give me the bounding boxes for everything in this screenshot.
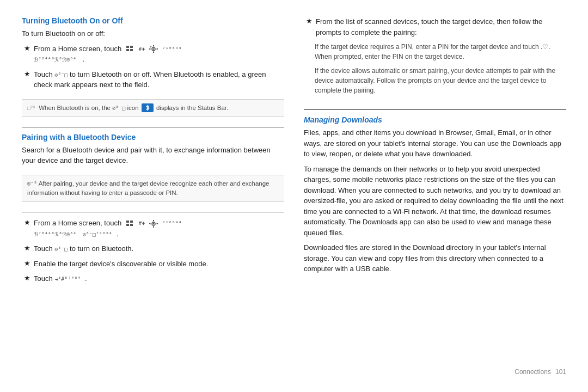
- svg-rect-18: [153, 226, 154, 228]
- star-icon-2: ★: [24, 70, 30, 78]
- bullet-discoverable: ★ Enable the target device's discoverabl…: [22, 259, 284, 270]
- scrambled-5: ⁷¹⁰⁸⁴⁴: [162, 220, 182, 226]
- section-bluetooth-onoff: Turning Bluetooth On or Off To turn Blue…: [22, 16, 284, 95]
- indented-notes: If the target device requires a PIN, ent…: [304, 42, 566, 100]
- bullet-content-5: Enable the target device's discoverable …: [34, 259, 284, 270]
- svg-rect-0: [126, 46, 129, 48]
- bt-icon-ref: ⊘⁸⁻□: [112, 105, 125, 111]
- bt-toggle-icon-2: ⊘⁸⁻□: [54, 246, 68, 252]
- scanned-text: From the list of scanned devices, touch …: [316, 17, 542, 36]
- note-box-2: ®⁻⁸ After pairing, your device and the t…: [22, 175, 284, 203]
- gear-icon-1: [148, 45, 159, 53]
- svg-rect-12: [130, 220, 133, 223]
- section-managing-downloads: Managing Downloads Files, apps, and othe…: [304, 115, 566, 279]
- svg-rect-6: [153, 45, 154, 47]
- bullet-scanned-devices: ★ From the list of scanned devices, touc…: [304, 16, 566, 38]
- section-title-managing: Managing Downloads: [304, 115, 566, 124]
- bullet-touch-scrambled: ★ Touch ◄⁸#⁸⁷⁴⁸⁴ .: [22, 273, 284, 284]
- svg-rect-3: [130, 49, 133, 51]
- divider-2: [22, 212, 284, 212]
- svg-rect-17: [153, 220, 154, 222]
- discoverable-text: Enable the target device's discoverable …: [34, 260, 208, 268]
- footer: Connections 101: [22, 364, 566, 376]
- svg-rect-1: [130, 46, 133, 48]
- svg-rect-20: [157, 223, 158, 224]
- bullet-from-home-2: ★ From a Home screen, touch #♦: [22, 218, 284, 239]
- touch-label-2: Touch: [34, 244, 54, 253]
- gear-icon-2: [148, 219, 159, 228]
- intro-text: To turn Bluetooth on or off:: [22, 28, 284, 39]
- section-title-bluetooth-onoff: Turning Bluetooth On or Off: [22, 16, 284, 25]
- svg-rect-19: [149, 223, 151, 224]
- scrambled-4: #♦: [138, 220, 145, 226]
- scrambled-text-2: ⁷¹⁰⁸⁴⁴: [162, 46, 182, 52]
- note-text-1b: icon: [127, 105, 140, 111]
- from-home-label-2: From a Home screen, touch: [34, 219, 124, 227]
- grid-icon-2: [125, 219, 136, 228]
- content-columns: Turning Bluetooth On or Off To turn Blue…: [22, 16, 566, 364]
- svg-rect-13: [126, 224, 129, 226]
- note-box-1: □⁷⁸ When Bluetooth is on, the ⊘⁸⁻□ icon …: [22, 99, 284, 117]
- scrambled-7: ⊘⁸⁻□⁷¹⁰⁸⁴: [83, 231, 112, 237]
- touch-label-3: Touch: [34, 274, 54, 283]
- note-icon-2: ®⁻⁸: [27, 181, 37, 187]
- star-icon-3: ★: [24, 218, 30, 226]
- bullet-touch-bluetooth: ★ Touch ⊘⁸⁻□ to turn Bluetooth on or off…: [22, 69, 284, 90]
- star-icon-5: ★: [24, 259, 30, 267]
- bullet-content-3: From a Home screen, touch #♦: [34, 218, 284, 239]
- note-text-1c: displays in the Status Bar.: [156, 105, 228, 111]
- pairing-body: Search for a Bluetooth device and pair w…: [22, 145, 284, 166]
- scrambled-text-1: #♦: [138, 46, 145, 52]
- scrambled-text-3: ℬ⁷⁸⁴⁴⁸ℛ⁸ℛ®⁸⁴: [34, 57, 76, 63]
- note-icon-1: □⁷⁸: [27, 104, 35, 112]
- bullet-content-2: Touch ⊘⁸⁻□ to turn Bluetooth on or off. …: [34, 69, 284, 90]
- bullet-content-1: From a Home screen, touch #♦: [34, 44, 284, 65]
- svg-rect-9: [157, 48, 158, 50]
- bullet1-text-before: From a Home screen, touch: [34, 45, 121, 53]
- footer-label: Connections: [514, 368, 551, 376]
- pairing-bullets: ★ From a Home screen, touch #♦: [22, 218, 284, 289]
- scrambled-6: ℬ⁷⁸⁴⁴⁸ℛ⁸ℛ®⁸⁴: [34, 231, 76, 237]
- bt-toggle-icon: ⊘⁸⁻□: [54, 72, 68, 78]
- bullet-from-home-1: ★ From a Home screen, touch: [22, 44, 284, 65]
- svg-point-16: [153, 223, 155, 224]
- managing-para3: Downloaded files are stored in the Downl…: [304, 242, 566, 274]
- grid-icon: [125, 45, 136, 53]
- divider-right-1: [304, 109, 566, 110]
- footer-page: 101: [555, 368, 566, 376]
- bullet-touch-on: ★ Touch ⊘⁸⁻□ to turn on Bluetooth.: [22, 243, 284, 254]
- svg-point-5: [153, 48, 155, 50]
- touch-on-text: to turn on Bluetooth.: [70, 244, 133, 253]
- bullet2-text-after: to turn Bluetooth on or off. When Blueto…: [34, 70, 266, 89]
- star-icon-1: ★: [24, 44, 30, 52]
- managing-para2: To manage the demands on their networks …: [304, 164, 566, 238]
- touch-label: Touch: [34, 70, 54, 78]
- svg-rect-7: [153, 52, 154, 53]
- right-column: ★ From the list of scanned devices, touc…: [304, 16, 566, 364]
- star-icon-4: ★: [24, 244, 30, 252]
- star-icon-right-1: ★: [306, 17, 313, 25]
- note-pin: If the target device requires a PIN, ent…: [315, 42, 566, 62]
- svg-rect-10: [150, 46, 152, 48]
- note-smart-pairing: If the device allows automatic or smart …: [315, 66, 566, 95]
- note-text-1: When Bluetooth is on, the: [39, 105, 112, 111]
- svg-rect-8: [149, 48, 151, 50]
- svg-rect-11: [126, 220, 129, 223]
- bluetooth-status-icon: [142, 103, 154, 112]
- section-pairing: Pairing with a Bluetooth Device Search f…: [22, 133, 284, 170]
- scrambled-touch-3: ◄⁸#⁸⁷⁴⁸⁴: [54, 276, 81, 282]
- svg-rect-14: [130, 224, 133, 226]
- divider-1: [22, 127, 284, 127]
- section-title-pairing: Pairing with a Bluetooth Device: [22, 133, 284, 142]
- left-column: Turning Bluetooth On or Off To turn Blue…: [22, 16, 284, 364]
- bullet-content-right-1: From the list of scanned devices, touch …: [316, 16, 566, 38]
- page: Turning Bluetooth On or Off To turn Blue…: [0, 0, 588, 392]
- bullet-content-6: Touch ◄⁸#⁸⁷⁴⁸⁴ .: [34, 273, 284, 284]
- star-icon-6: ★: [24, 274, 30, 282]
- managing-para1: Files, apps, and other items you downloa…: [304, 127, 566, 160]
- bullet-content-4: Touch ⊘⁸⁻□ to turn on Bluetooth.: [34, 243, 284, 254]
- note-text-2: After pairing, your device and the targe…: [27, 180, 269, 196]
- svg-rect-2: [126, 49, 129, 51]
